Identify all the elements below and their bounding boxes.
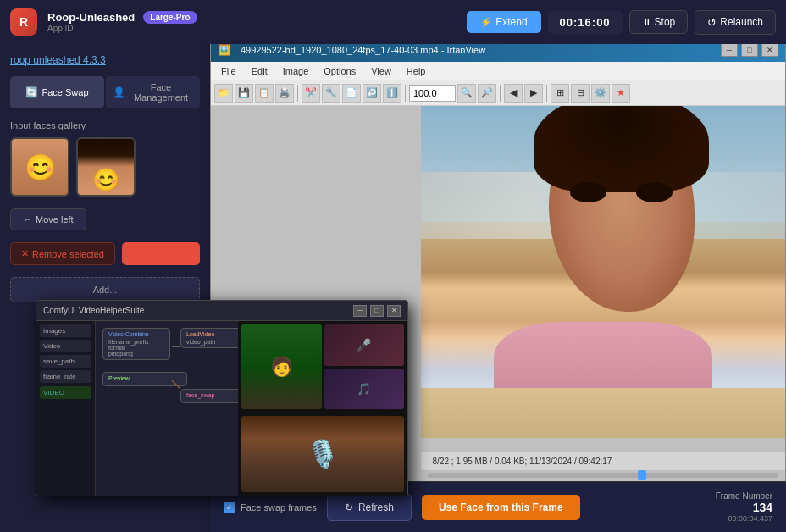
node-4[interactable]: face_swap [180,389,238,403]
preview-green-screen: 🧑 [241,324,322,409]
frame-value: 134 [753,501,772,514]
toolbar-open[interactable]: 📁 [214,84,233,103]
comfyui-sidebar-item-4[interactable]: frame_rate [40,370,91,383]
facemanagement-icon: 👤 [113,86,125,98]
menu-options[interactable]: Options [317,64,363,78]
minimize-button[interactable]: ─ [721,43,738,57]
face-swap-frames-checkbox[interactable]: ✓ Face swap frames [224,502,317,513]
comfyui-minimize[interactable]: ─ [353,305,367,317]
stop-button[interactable]: Stop [629,10,689,34]
frame-label: Frame Number [716,491,772,501]
toolbar-paste[interactable]: 📄 [342,84,361,103]
toolbar-cut[interactable]: ✂️ [302,84,320,103]
irfanview-menubar: File Edit Image Options View Help [211,62,785,80]
menu-image[interactable]: Image [276,64,316,78]
progress-bar[interactable] [428,473,778,478]
toolbar-fx[interactable]: 🔧 [322,84,340,103]
add-button[interactable]: Add... [10,277,200,302]
toolbar-save[interactable]: 💾 [235,84,253,103]
beach-sand [421,388,785,438]
app-background: R Roop-Unleashed Large-Pro App ID Extend… [0,0,786,532]
toolbar-zoom-in[interactable]: 🔍 [457,84,476,103]
toolbar-fit[interactable]: ⊞ [551,84,569,103]
comfyui-sidebar-item-1[interactable]: Images [40,324,91,337]
toolbar-star[interactable]: ★ [612,84,630,103]
comfyui-node-canvas[interactable]: Video Combine filename_prefix format pin… [96,321,238,496]
face-thumb-2[interactable]: 😊 [76,137,136,197]
comfyui-title: ComfyUI VideoHelperSuite [43,306,144,315]
comfyui-sidebar-item-3[interactable]: save_path [40,355,91,368]
faces-gallery: 😊 😊 [10,137,200,197]
comfyui-controls: ─ □ ✕ [353,305,401,317]
menu-help[interactable]: Help [400,64,433,78]
refresh-button[interactable]: ↻ Refresh [327,494,412,521]
toolbar-sep-4 [546,85,547,102]
comfyui-node-block: VIDEO [40,386,91,399]
image-area [421,106,785,438]
toolbar-sep-1 [297,85,298,102]
toolbar-sep-2 [405,85,406,102]
relaunch-button[interactable]: Relaunch [695,10,776,35]
app-subtitle: App ID [47,24,197,33]
maximize-button[interactable]: □ [741,43,758,57]
top-bar: R Roop-Unleashed Large-Pro App ID Extend… [0,0,786,44]
use-face-button[interactable]: Use Face from this Frame [422,495,580,520]
window-controls: ─ □ ✕ [721,43,778,57]
node-1[interactable]: Video Combine filename_prefix format pin… [102,328,170,360]
irfanview-title: 49929522-hd_1920_1080_24fps_17-40-03.mp4… [241,45,714,55]
faceswap-icon: 🔄 [25,86,38,98]
toolbar-prev[interactable]: ◀ [504,84,523,103]
zoom-input[interactable] [409,85,456,102]
comfyui-maximize[interactable]: □ [370,305,384,317]
irfanview-statusbar: ; 8/22 ; 1.95 MB / 0.04 KB; 11/13/2024 /… [421,452,785,470]
extend-button[interactable]: Extend [467,11,540,33]
toolbar-info[interactable]: ℹ️ [383,84,401,103]
toolbar-zoom-out[interactable]: 🔎 [478,84,496,103]
toolbar-sep-3 [500,85,501,102]
toolbar-settings[interactable]: ⚙️ [591,84,610,103]
frame-number-section: Frame Number 134 00:00:04.437 [716,491,772,523]
menu-view[interactable]: View [364,64,398,78]
top-bar-actions: Extend 00:16:00 Stop Relaunch [467,10,776,35]
node-3[interactable]: Preview [102,372,187,386]
app-title-section: Roop-Unleashed Large-Pro App ID [47,11,197,33]
red-action-button[interactable] [122,242,200,265]
right-eye [636,182,673,202]
move-left-button[interactable]: Move left [10,208,86,230]
progress-thumb[interactable] [638,470,646,480]
irfanview-icon: 🖼️ [218,44,230,56]
checkbox-icon: ✓ [224,502,235,513]
comfyui-window: ComfyUI VideoHelperSuite ─ □ ✕ Images Vi… [36,300,408,496]
singer-1-icon: 🎤 [357,338,371,352]
toolbar-copy[interactable]: 📋 [255,84,274,103]
face-thumb-1[interactable]: 😊 [10,137,69,197]
comfyui-sidebar: Images Video save_path frame_rate VIDEO [36,321,96,496]
toolbar-undo[interactable]: ↩️ [363,84,381,103]
timer-display: 00:16:00 [548,11,623,34]
preview-large-singer: 🎙️ [241,416,404,492]
refresh-icon: ↻ [345,502,353,513]
comfyui-inner: Images Video save_path frame_rate VIDEO … [36,321,407,496]
comfyui-sidebar-item-2[interactable]: Video [40,340,91,352]
tab-facemanagement[interactable]: 👤 Face Management [106,76,200,108]
scrubber-area [421,470,785,480]
preview-singer-1: 🎤 [324,324,405,366]
node-2[interactable]: LoadVideo video_path [180,328,238,348]
comfyui-preview: 🧑 🎤 🎵 🎙️ [238,321,407,496]
remove-selected-button[interactable]: Remove selected [10,242,115,265]
preview-top-grid: 🧑 🎤 🎵 [241,324,404,409]
menu-edit[interactable]: Edit [245,64,274,78]
menu-file[interactable]: File [214,64,243,78]
close-button[interactable]: ✕ [761,43,778,57]
singer-2-icon: 🎵 [357,382,371,396]
toolbar-1to1[interactable]: ⊟ [571,84,590,103]
status-text: ; 8/22 ; 1.95 MB / 0.04 KB; 11/13/2024 /… [428,457,612,466]
action-buttons-row: Remove selected [10,242,200,265]
toolbar-next[interactable]: ▶ [524,84,543,103]
tab-faceswap[interactable]: 🔄 Face Swap [10,76,104,108]
toolbar-print[interactable]: 🖨️ [275,84,294,103]
version-link[interactable]: roop unleashed 4.3.3 [10,54,200,66]
comfyui-close[interactable]: ✕ [387,305,401,317]
preview-singer-2: 🎵 [324,369,405,410]
checkbox-text: Face swap frames [241,502,317,513]
